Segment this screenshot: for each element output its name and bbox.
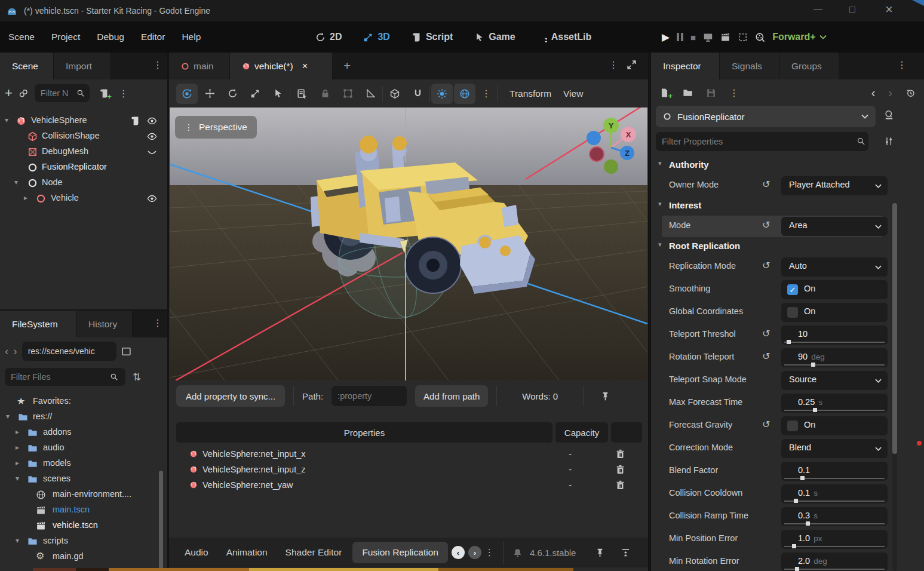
save-resource-button[interactable]: [706, 88, 716, 98]
tab-list-menu-icon[interactable]: ⋮: [609, 59, 618, 70]
filter-properties-input[interactable]: [656, 132, 868, 151]
menu-project[interactable]: Project: [43, 22, 88, 53]
attach-script-button[interactable]: +: [99, 88, 109, 99]
tab-groups[interactable]: Groups: [779, 53, 839, 79]
mode-script-button[interactable]: Script: [404, 32, 461, 42]
teleport-threshold-slider[interactable]: 10: [781, 326, 888, 345]
menu-debug[interactable]: Debug: [88, 22, 133, 53]
revert-icon[interactable]: ↺: [762, 419, 770, 430]
revert-icon[interactable]: ↺: [762, 328, 770, 339]
section-authority[interactable]: ▾ Authority: [651, 156, 920, 174]
expand-arrow-icon[interactable]: ▸: [16, 459, 19, 467]
owner-mode-dropdown[interactable]: Player Attached: [781, 176, 888, 195]
local-space-button[interactable]: [384, 84, 406, 104]
minimize-button[interactable]: —: [814, 4, 822, 14]
sync-property-row[interactable]: VehicleSphere:net_yaw -: [176, 477, 642, 493]
tool-cursor-button[interactable]: [267, 84, 288, 104]
close-button[interactable]: ×: [885, 2, 893, 17]
preview-environment-button[interactable]: [454, 84, 475, 104]
interest-mode-dropdown[interactable]: Area: [781, 217, 888, 236]
scene-tree-menu-icon[interactable]: ⋮: [119, 88, 128, 99]
tool-scale-button[interactable]: [244, 84, 266, 104]
tree-item-vehiclesphere[interactable]: ▾ VehicleSphere: [0, 113, 164, 129]
lock-selected-button[interactable]: [314, 84, 336, 104]
split-view-button[interactable]: [121, 346, 131, 357]
collapse-arrow-icon[interactable]: ▾: [16, 474, 19, 483]
add-property-to-sync-button[interactable]: Add property to sync...: [176, 385, 285, 407]
revert-icon[interactable]: ↺: [762, 260, 770, 271]
nav-forward-button[interactable]: ›: [13, 345, 17, 358]
ruler-button[interactable]: [360, 84, 381, 104]
max-forecast-time-slider[interactable]: 0.25s: [781, 394, 888, 413]
snap-button[interactable]: [407, 84, 428, 104]
tree-item-scenes[interactable]: ▾ scenes: [0, 472, 164, 487]
checkbox-unchecked[interactable]: [787, 307, 798, 318]
instance-scene-button[interactable]: [19, 88, 29, 99]
menu-scene[interactable]: Scene: [0, 22, 43, 53]
tab-scene[interactable]: Scene: [0, 53, 54, 79]
trash-icon[interactable]: [615, 465, 625, 475]
tab-inspector[interactable]: Inspector: [651, 53, 720, 79]
expand-arrow-icon[interactable]: ▸: [16, 428, 19, 436]
section-root-replication[interactable]: ▾ Root Replication: [651, 238, 920, 256]
mode-2d-button[interactable]: 2D: [308, 32, 349, 42]
tool-rotate-button[interactable]: [222, 84, 243, 104]
path-breadcrumb[interactable]: res://scenes/vehic: [22, 342, 116, 361]
collapse-arrow-icon[interactable]: ▾: [6, 412, 10, 420]
resource-menu-icon[interactable]: ⋮: [729, 87, 739, 99]
forecast-gravity-checkbox[interactable]: On: [781, 416, 888, 435]
column-header-capacity[interactable]: Capacity: [555, 422, 608, 443]
tree-item-fusionreplicator[interactable]: FusionReplicator: [0, 160, 164, 176]
filter-files-input[interactable]: [5, 368, 125, 386]
tab-import[interactable]: Import: [54, 53, 111, 79]
tree-item-addons[interactable]: ▸ addons: [0, 425, 164, 441]
collapse-arrow-icon[interactable]: ▾: [14, 178, 18, 186]
nav-back-button[interactable]: ‹: [5, 345, 8, 358]
distraction-free-icon[interactable]: [627, 60, 637, 70]
group-selected-button[interactable]: [337, 84, 358, 104]
collapse-arrow-icon[interactable]: ▾: [16, 536, 19, 545]
property-path-input[interactable]: [331, 386, 407, 406]
filesystem-scrollbar[interactable]: [159, 471, 163, 571]
preview-sun-button[interactable]: [431, 84, 453, 104]
tree-item-main-gd[interactable]: ⚙ main.gd: [0, 549, 164, 565]
visibility-hidden-icon[interactable]: [147, 147, 157, 159]
sync-property-row[interactable]: VehicleSphere:net_input_z -: [176, 462, 642, 477]
tab-history[interactable]: History: [76, 311, 133, 337]
script-attached-icon[interactable]: [130, 116, 140, 128]
rotation-teleport-slider[interactable]: 90deg: [781, 348, 888, 367]
frame-window-icon[interactable]: [738, 32, 748, 42]
correction-mode-dropdown[interactable]: Blend: [781, 439, 888, 458]
titlebar[interactable]: (*) vehicle.tscn - Starter Kit Racing - …: [0, 0, 924, 22]
teleport-snap-mode-dropdown[interactable]: Source: [781, 371, 888, 390]
menu-help[interactable]: Help: [173, 22, 209, 53]
transform-menu[interactable]: Transform: [499, 88, 562, 99]
tab-vehicle-scene[interactable]: vehicle(*) ×: [230, 53, 333, 79]
global-coordinates-checkbox[interactable]: On: [781, 303, 888, 322]
checkbox-checked[interactable]: ✓: [787, 284, 798, 295]
axis-gizmo[interactable]: Y X Z: [580, 115, 642, 177]
perspective-menu-button[interactable]: ⋮ Perspective: [175, 116, 257, 139]
collision-cooldown-slider[interactable]: 0.1s: [781, 484, 888, 504]
bottom-tab-audio[interactable]: Audio: [177, 547, 216, 558]
visibility-eye-icon[interactable]: [147, 194, 157, 205]
new-resource-button[interactable]: +: [659, 88, 670, 98]
tree-item-vehicle-tscn[interactable]: vehicle.tscn: [0, 518, 164, 534]
pin-bottom-panel-icon[interactable]: [595, 548, 605, 558]
tree-item-models[interactable]: ▸ models: [0, 456, 164, 472]
tool-move-button[interactable]: [199, 84, 220, 104]
history-back-button[interactable]: ‹: [871, 86, 876, 100]
close-tab-button[interactable]: ×: [302, 60, 308, 72]
gizmo-neg-x-ball[interactable]: [590, 147, 604, 161]
bottom-tab-animation[interactable]: Animation: [219, 547, 275, 558]
tab-signals[interactable]: Signals: [720, 53, 779, 79]
inspector-scrollbar-thumb[interactable]: [892, 203, 897, 454]
blend-factor-slider[interactable]: 0.1: [781, 462, 888, 481]
visibility-eye-icon[interactable]: [147, 131, 157, 143]
tree-item-main-tscn[interactable]: main.tscn: [0, 503, 164, 518]
renderer-selector[interactable]: Forward+: [772, 32, 826, 42]
menu-editor[interactable]: Editor: [133, 22, 174, 53]
profiler-reel-icon[interactable]: [755, 32, 765, 42]
tree-item-res-root[interactable]: ▾ res://: [0, 410, 164, 425]
expand-arrow-icon[interactable]: ▸: [24, 194, 27, 202]
